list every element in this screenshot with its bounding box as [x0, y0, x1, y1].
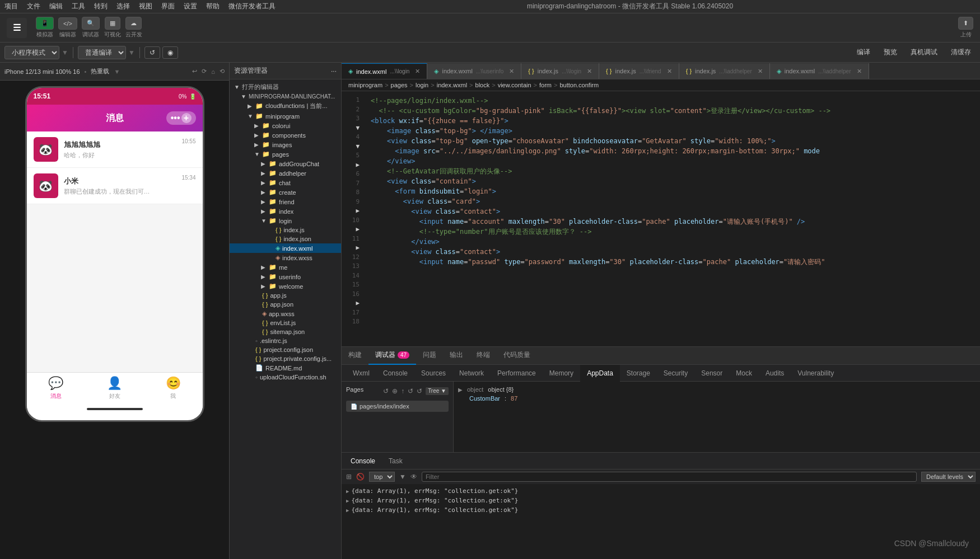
devtool-tab-output[interactable]: 输出 [443, 347, 470, 365]
devtool-tab-codequality[interactable]: 代码质量 [497, 347, 537, 365]
tab-index-js-friend[interactable]: { } index.js ...\\friend ✕ [599, 63, 679, 79]
close-tab-2[interactable]: ✕ [509, 68, 514, 75]
preview-label[interactable]: 预览 [879, 46, 902, 58]
devtool-tab-issues[interactable]: 问题 [416, 347, 443, 365]
tree-app-wxss[interactable]: ◈ app.wxss [230, 309, 341, 318]
secondary-tab-security[interactable]: Security [657, 365, 694, 382]
sim-back-btn[interactable]: ↩ [192, 68, 197, 75]
tree-welcome[interactable]: ▶ 📁 welcome [230, 281, 341, 291]
secondary-tab-console[interactable]: Console [376, 365, 414, 382]
compile-label[interactable]: 编译 [852, 46, 875, 58]
tree-create[interactable]: ▶ 📁 create [230, 187, 341, 197]
console-sidebar-btn[interactable]: ⊞ [346, 473, 352, 481]
console-level-select[interactable]: Default levels [921, 472, 976, 482]
mode-select[interactable]: 小程序模式 [4, 46, 59, 59]
secondary-tab-network[interactable]: Network [452, 365, 491, 382]
tree-miniprogram[interactable]: ▼ 📁 miniprogram [230, 111, 341, 121]
tree-login-index-wxml[interactable]: ◈ index.wxml [230, 243, 341, 253]
tree-project-private[interactable]: { } project.private.config.js... [230, 354, 341, 363]
secondary-tab-sources[interactable]: Sources [414, 365, 452, 382]
menu-settings[interactable]: 设置 [184, 2, 197, 11]
tree-login-index-wxss[interactable]: ◈ index.wxss [230, 253, 341, 262]
cloud-btn[interactable]: ☁ 云开发 [125, 17, 142, 39]
phone-action-btn[interactable]: + [181, 113, 192, 123]
console-tab-console[interactable]: Console [346, 455, 380, 467]
tree-app-js[interactable]: { } app.js [230, 291, 341, 300]
tab-index-wxml-userinfo[interactable]: ◈ index.wxml ...\\userinfo ✕ [427, 63, 521, 79]
console-clear-btn[interactable]: 🚫 [356, 473, 365, 481]
debugger-btn[interactable]: 🔍 调试器 [82, 17, 100, 39]
secondary-tab-memory[interactable]: Memory [543, 365, 580, 382]
tree-envlist-js[interactable]: { } envList.js [230, 318, 341, 327]
devtool-tab-terminal[interactable]: 终端 [470, 347, 497, 365]
nav-me[interactable]: 😊 我 [144, 373, 203, 403]
menu-goto[interactable]: 转到 [94, 2, 108, 11]
devtools-add-btn[interactable]: ⊕ [392, 387, 398, 395]
editor-btn[interactable]: </> 编辑器 [58, 17, 77, 39]
refresh-btn[interactable]: ↺ [144, 46, 160, 59]
close-tab-1[interactable]: ✕ [415, 68, 420, 75]
secondary-tab-sensor[interactable]: Sensor [694, 365, 729, 382]
tree-addhelper[interactable]: ▶ 📁 addhelper [230, 168, 341, 178]
secondary-tab-audits[interactable]: Audits [759, 365, 791, 382]
menu-help[interactable]: 帮助 [206, 2, 220, 11]
tree-readme[interactable]: 📄 README.md [230, 363, 341, 373]
tree-friend[interactable]: ▶ 📁 friend [230, 197, 341, 206]
secondary-tab-appdata[interactable]: AppData [580, 365, 620, 382]
tree-app-json[interactable]: { } app.json [230, 300, 341, 309]
tree-chat[interactable]: ▶ 📁 chat [230, 178, 341, 187]
tree-me[interactable]: ▶ 📁 me [230, 262, 341, 272]
tree-pages[interactable]: ▼ 📁 pages [230, 149, 341, 159]
compile-select[interactable]: 普通编译 [78, 46, 126, 59]
tree-project-config[interactable]: { } project.config.json [230, 345, 341, 354]
tab-index-wxml-login[interactable]: ◈ index.wxml ...\\login ✕ [342, 63, 427, 79]
devtools-up-btn[interactable]: ↑ [401, 387, 404, 395]
clear-cache-label[interactable]: 清缓存 [946, 46, 976, 58]
tree-addgroupchat[interactable]: ▶ 📁 addGroupChat [230, 159, 341, 168]
tree-root[interactable]: ▼ MINIPROGRAM-DANLINGCHAT... [230, 92, 341, 101]
tree-login[interactable]: ▼ 📁 login [230, 216, 341, 226]
file-tree-more[interactable]: ··· [331, 67, 337, 75]
devtools-undo-btn[interactable]: ↺ [408, 387, 413, 395]
real-debug-label[interactable]: 真机调试 [906, 46, 942, 58]
sim-rotate-btn[interactable]: ⟲ [220, 68, 225, 75]
preview-circle-btn[interactable]: ◉ [162, 46, 178, 59]
tree-login-index-json[interactable]: { } index.json [230, 234, 341, 243]
devtool-tab-debugger[interactable]: 调试器 47 [368, 347, 416, 365]
close-tab-5[interactable]: ✕ [758, 68, 763, 75]
tab-index-wxml-addhelper[interactable]: ◈ index.wxml ...\\addhelper ✕ [770, 63, 869, 79]
page-item-index[interactable]: 📄 pages/index/index [346, 401, 449, 412]
menu-view[interactable]: 视图 [139, 2, 152, 11]
tree-eslintrc[interactable]: ◦ .eslintrc.js [230, 336, 341, 345]
devtools-tree-btn[interactable]: Tree ▼ [426, 387, 449, 395]
nav-friends[interactable]: 👤 好友 [85, 373, 144, 403]
upload-btn[interactable]: ⬆ 上传 [958, 17, 973, 39]
menu-interface[interactable]: 界面 [161, 2, 175, 11]
secondary-tab-mock[interactable]: Mock [729, 365, 759, 382]
menu-project[interactable]: 项目 [4, 2, 18, 11]
menu-file[interactable]: 文件 [27, 2, 40, 11]
console-tab-task[interactable]: Task [384, 455, 407, 467]
tree-components[interactable]: ▶ 📁 components [230, 130, 341, 140]
visualize-btn[interactable]: ▦ 可视化 [104, 17, 121, 39]
tree-images[interactable]: ▶ 📁 images [230, 140, 341, 149]
console-eye-btn[interactable]: 👁 [410, 473, 417, 481]
code-content[interactable]: 1 2 3 ▼ 4 ▼ 5 ▶ 6 7 8 9 ▶ 10 ▶ [342, 91, 980, 346]
close-tab-6[interactable]: ✕ [857, 68, 862, 75]
nav-messages[interactable]: 💬 消息 [27, 373, 86, 403]
menu-select[interactable]: 选择 [116, 2, 130, 11]
tree-upload-cloud[interactable]: ◦ uploadCloudFunction.sh [230, 373, 341, 382]
devtools-redo-btn[interactable]: ↺ [417, 387, 422, 395]
secondary-tab-storage[interactable]: Storage [620, 365, 657, 382]
secondary-tab-wxml[interactable]: Wxml [346, 365, 376, 382]
secondary-tab-performance[interactable]: Performance [491, 365, 543, 382]
close-tab-4[interactable]: ✕ [667, 68, 672, 75]
tree-cloudfunctions[interactable]: ▶ 📁 cloudfunctions | 当前... [230, 101, 341, 111]
tree-sitemap-json[interactable]: { } sitemap.json [230, 327, 341, 336]
menu-edit[interactable]: 编辑 [49, 2, 63, 11]
tab-index-js-login[interactable]: { } index.js ...\\login ✕ [521, 63, 599, 79]
tree-index[interactable]: ▶ 📁 index [230, 206, 341, 216]
tree-userinfo[interactable]: ▶ 📁 userinfo [230, 272, 341, 281]
simulator-btn[interactable]: 📱 模拟器 [36, 17, 54, 39]
chat-item-2[interactable]: 🐼 小米 群聊已创建成功，现在我们可以开始聊... 15:34 [27, 168, 203, 204]
